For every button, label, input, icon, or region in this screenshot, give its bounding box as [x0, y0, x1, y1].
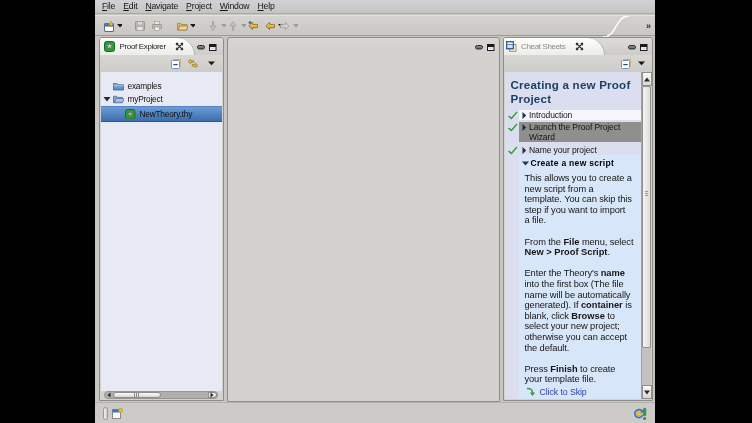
- minimize-icon[interactable]: [628, 45, 636, 50]
- body-text-line: a file.: [525, 215, 639, 226]
- folder-open-icon: [113, 94, 125, 104]
- cheat-step-name-your-project[interactable]: Name your project: [519, 145, 641, 155]
- minimize-icon[interactable]: [197, 45, 205, 50]
- menu-navigate[interactable]: Navigate: [141, 0, 182, 13]
- check-icon: [508, 111, 519, 121]
- expander-icon[interactable]: [101, 96, 113, 102]
- body-text-line: new script from a: [525, 184, 639, 195]
- maximize-icon[interactable]: [640, 44, 648, 51]
- tab-cheat-sheets[interactable]: Cheat Sheets: [504, 38, 605, 55]
- save-icon: [135, 21, 146, 32]
- body-text-line: From the File menu, select: [525, 237, 639, 248]
- tree-item-myproject[interactable]: myProject: [101, 93, 222, 106]
- new-wizard-icon: [104, 21, 115, 32]
- folder-closed-icon: [113, 81, 125, 91]
- dropdown-arrow-icon[interactable]: [293, 24, 298, 28]
- scroll-right-icon[interactable]: [208, 392, 217, 398]
- dropdown-arrow-icon[interactable]: [221, 24, 226, 28]
- theory-file-icon: [125, 109, 137, 119]
- proof-explorer-tree: examplesmyProjectNewTheory.thy: [101, 72, 222, 391]
- collapse-all-icon[interactable]: [171, 59, 181, 69]
- tree-item-newtheory-thy[interactable]: NewTheory.thy: [101, 106, 222, 122]
- close-icon[interactable]: [175, 42, 184, 51]
- body-text-line: generated). If container is: [525, 300, 639, 311]
- proof-explorer-tabbar: Proof Explorer: [100, 38, 223, 55]
- body-text-line: step if you want to import: [525, 205, 639, 216]
- expand-step-icon[interactable]: [522, 124, 527, 131]
- dropdown-arrow-icon[interactable]: [241, 24, 246, 28]
- tab-proof-explorer[interactable]: Proof Explorer: [100, 38, 195, 55]
- gray-arrow-right-icon: [280, 21, 291, 32]
- body-text-line: New > Proof Script.: [525, 247, 639, 258]
- menu-help[interactable]: Help: [253, 0, 278, 13]
- tree-item-label: myProject: [125, 94, 163, 104]
- save-button[interactable]: [135, 19, 146, 33]
- cheat-step-label: Create a new script: [531, 158, 639, 168]
- body-text-line: the default.: [525, 343, 639, 354]
- body-text-line: select your new project;: [525, 321, 639, 332]
- trim-grip[interactable]: [103, 407, 108, 420]
- menu-file[interactable]: File: [98, 0, 119, 13]
- cheat-sheets-panel: Cheat Sheets Creating a new Proof Projec…: [503, 37, 653, 401]
- dropdown-arrow-icon[interactable]: [190, 24, 195, 28]
- scroll-down-icon[interactable]: [642, 385, 652, 399]
- vertical-scrollbar-thumb[interactable]: [642, 86, 651, 348]
- scroll-up-icon[interactable]: [642, 72, 652, 86]
- cheat-step-label: Introduction: [529, 110, 639, 120]
- previous-annotation-button[interactable]: [228, 19, 246, 33]
- check-icon: [508, 146, 519, 156]
- body-text-line: Enter the Theory's name: [525, 268, 639, 279]
- body-text-line: Press Finish to create: [525, 364, 639, 375]
- check-icon: [508, 123, 519, 133]
- scroll-left-icon[interactable]: [105, 392, 113, 398]
- cheat-step-launch-the-proof-project-wizard[interactable]: Launch the Proof Project Wizard: [519, 122, 641, 143]
- expand-step-icon[interactable]: [522, 147, 527, 154]
- collapse-all-icon[interactable]: [621, 59, 631, 69]
- cheat-sheets-icon: [506, 41, 517, 52]
- editor-tabbar: [229, 38, 498, 52]
- expand-step-icon[interactable]: [522, 112, 527, 119]
- vertical-scrollbar[interactable]: [641, 72, 651, 399]
- last-edit-location-button[interactable]: [248, 19, 259, 33]
- body-text-line: blank, click Browse to: [525, 311, 639, 322]
- open-folder-icon: [177, 21, 188, 32]
- new-wizard-button[interactable]: [104, 19, 122, 33]
- maximize-icon[interactable]: [487, 44, 495, 51]
- skip-link-label: Click to Skip: [540, 387, 587, 397]
- tree-item-examples[interactable]: examples: [101, 80, 222, 93]
- proof-explorer-icon: [104, 41, 115, 52]
- horizontal-scrollbar[interactable]: [104, 391, 218, 399]
- menu-bar: FileEditNavigateProjectWindowHelp: [95, 0, 655, 14]
- body-text-line: otherwise you can accept: [525, 332, 639, 343]
- print-button[interactable]: [152, 19, 163, 33]
- perspective-bar-curve: [603, 16, 643, 37]
- fast-view-icon[interactable]: [112, 408, 123, 420]
- close-icon[interactable]: [575, 42, 584, 51]
- perspective-overflow-chevron[interactable]: »: [646, 21, 650, 31]
- view-menu-icon[interactable]: [638, 61, 645, 66]
- editor-canvas[interactable]: [229, 52, 498, 400]
- menu-edit[interactable]: Edit: [119, 0, 141, 13]
- menu-window[interactable]: Window: [216, 0, 254, 13]
- next-annotation-button[interactable]: [208, 19, 226, 33]
- maximize-icon[interactable]: [209, 44, 217, 51]
- cheat-step-label: Launch the Proof Project Wizard: [529, 122, 639, 143]
- cheat-step-create-a-new-script[interactable]: Create a new script: [519, 158, 641, 169]
- body-text-line: This allows you to create a: [525, 173, 639, 184]
- gold-arrow-left-icon: [265, 21, 276, 32]
- tree-item-label: NewTheory.thy: [137, 109, 193, 119]
- view-menu-icon[interactable]: [208, 61, 215, 66]
- link-with-editor-icon[interactable]: [187, 58, 199, 69]
- menu-project[interactable]: Project: [182, 0, 216, 13]
- body-text-line: template. You can skip this: [525, 194, 639, 205]
- collapse-step-icon[interactable]: [522, 161, 529, 166]
- dropdown-arrow-icon[interactable]: [117, 24, 122, 28]
- forward-button[interactable]: [280, 19, 298, 33]
- screen: FileEditNavigateProjectWindowHelp » Proo…: [0, 0, 752, 423]
- click-to-skip-link[interactable]: Click to Skip: [526, 387, 587, 397]
- minimize-icon[interactable]: [475, 45, 483, 50]
- open-button[interactable]: [177, 19, 195, 33]
- horizontal-scrollbar-thumb[interactable]: [113, 392, 161, 398]
- update-notification-icon[interactable]: [633, 407, 647, 420]
- cheat-step-introduction[interactable]: Introduction: [519, 110, 641, 120]
